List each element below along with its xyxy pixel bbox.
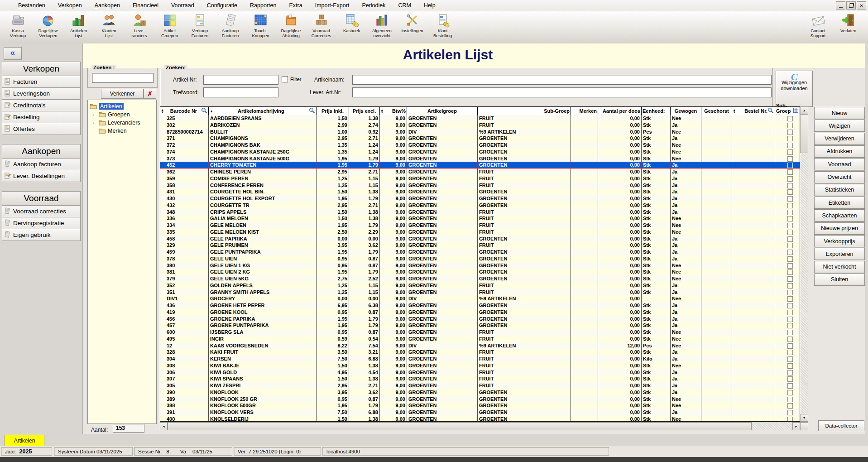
toolbar-bar-chart[interactable]: ArtikelenLijst: [63, 13, 94, 38]
column-header-geschorst[interactable]: Geschorst: [701, 107, 732, 115]
toolbar-invoice[interactable]: VerkoopFacturen: [185, 13, 215, 38]
column-header-eenheed-[interactable]: Eenheed:: [642, 107, 671, 115]
action-button-overzicht[interactable]: Overzicht: [814, 171, 865, 183]
column-header-barcode-nr[interactable]: Barcode Nr: [165, 107, 209, 115]
menu-help[interactable]: Help: [417, 1, 442, 10]
action-button-niet-verkocht[interactable]: Niet verkocht: [814, 261, 865, 273]
toolbar-cashbook[interactable]: Kasboek: [336, 13, 367, 38]
scroll-right-button[interactable]: ▸: [792, 422, 800, 430]
scroll-up-button[interactable]: ▴: [800, 106, 808, 114]
column-header-merken[interactable]: Merken: [571, 107, 598, 115]
table-row[interactable]: 457GROENE PUNTPAPRIKA1,951,799,00GROENTE…: [160, 322, 800, 329]
subgroep-id-checkbox[interactable]: [775, 416, 800, 422]
toolbar-supplier[interactable]: Leve-ranciers: [124, 13, 154, 38]
artikelnaam-input[interactable]: [352, 75, 772, 85]
tree-item-groepen[interactable]: ›Groepen: [88, 111, 156, 119]
column-header-sub-groep-id[interactable]: Sub-Groep Id: [775, 107, 800, 115]
subgroep-id-checkbox[interactable]: [775, 316, 800, 322]
table-row[interactable]: DIV1GROCERY0,000,009,00DIV%9 ARTIKELEN0,…: [160, 295, 800, 302]
table-row[interactable]: 307KIWI SPAANS1,501,389,00GROENTENFRUIT0…: [160, 375, 800, 382]
menu-extra[interactable]: Extra: [283, 1, 308, 10]
toolbar-envelope[interactable]: ContactSupport: [803, 13, 833, 38]
menu-rapporten[interactable]: Rapporten: [244, 1, 283, 10]
column-header-artikelomschrijving[interactable]: ▲Artikelomschrijving: [209, 107, 317, 115]
column-header-prijs-excl-[interactable]: Prijs excl.: [349, 107, 380, 115]
subgroep-id-checkbox[interactable]: [775, 382, 800, 389]
column-header-bestel-nr-[interactable]: ▴▾Bestel Nr.: [732, 107, 775, 115]
subgroep-id-checkbox[interactable]: [775, 182, 800, 189]
action-button-nieuwe-prijzen[interactable]: Nieuwe prijzen: [814, 222, 865, 235]
table-row[interactable]: 430COURGETTE HOL EXPORT1,951,799,00GROEN…: [160, 195, 800, 202]
action-button-verkoopprijs[interactable]: Verkoopprijs: [814, 235, 865, 247]
sidebar-item-leveringsbon[interactable]: Leveringsbon: [2, 88, 81, 100]
action-button-exporteren[interactable]: Exporteren: [814, 248, 865, 260]
toolbar-color-squares[interactable]: ArtikelGroepen: [154, 13, 185, 38]
expander-icon[interactable]: ›: [92, 120, 96, 125]
subgroep-id-checkbox[interactable]: [775, 309, 800, 316]
subgroep-id-checkbox[interactable]: [775, 396, 800, 403]
toolbar-people[interactable]: KlantenLijst: [94, 13, 124, 38]
lever-artnr-input[interactable]: [352, 87, 772, 97]
table-row[interactable]: 419GROENE KOOL0,950,879,00GROENTENGROENT…: [160, 309, 800, 316]
subgroep-id-checkbox[interactable]: [775, 202, 800, 209]
subgroep-id-checkbox[interactable]: [775, 155, 800, 162]
table-row[interactable]: 302ABRIKOZEN2,992,749,00GROENTENFRUIT0,0…: [160, 122, 800, 129]
table-row[interactable]: 306KIWI GOLD4,954,549,00GROENTENFRUIT0,0…: [160, 369, 800, 376]
subgroep-id-checkbox[interactable]: [775, 129, 800, 135]
table-row[interactable]: 308KIWI BAKJE1,501,389,00GROENTENFRUIT0,…: [160, 362, 800, 369]
subgroep-id-checkbox[interactable]: [775, 142, 800, 149]
subgroep-id-checkbox[interactable]: [775, 389, 800, 396]
sidebar-item-aankoop-facturen[interactable]: Aankoop facturen: [2, 159, 81, 170]
table-row[interactable]: 352GOLDEN APPELS1,251,159,00GROENTENFRUI…: [160, 282, 800, 289]
table-row[interactable]: 456GROENE PAPRIKA1,951,799,00GROENTENGRO…: [160, 316, 800, 322]
subgroep-id-checkbox[interactable]: [775, 122, 800, 129]
table-row[interactable]: 304KERSEN7,506,889,00GROENTENFRUIT0,00Ki…: [160, 356, 800, 362]
subgroep-id-checkbox[interactable]: [775, 135, 800, 142]
table-row[interactable]: 373CHAMPIGNONS KASTANJE 500G1,951,799,00…: [160, 155, 800, 162]
explorer-search-input[interactable]: [92, 73, 153, 83]
table-row[interactable]: 459GELE PUNTPAPRIKA1,951,799,00GROENTENG…: [160, 249, 800, 255]
table-row[interactable]: 8728500002714BULLIT1,000,929,00DIV%9 ART…: [160, 129, 800, 135]
sidebar-item-offertes[interactable]: Offertes: [2, 123, 81, 135]
subgroep-id-checkbox[interactable]: [775, 162, 800, 168]
column-header-artikelgroep[interactable]: Artikelgroep: [407, 107, 478, 115]
subgroep-id-checkbox[interactable]: [775, 215, 800, 222]
table-row[interactable]: 452CHERRY TOMATEN1,951,799,00GROENTENGRO…: [160, 162, 800, 168]
vscroll-thumb[interactable]: [800, 114, 808, 153]
toolbar-pie-chart[interactable]: DagelijkseVerkopen: [33, 13, 63, 38]
scroll-down-button[interactable]: ▾: [800, 414, 808, 422]
action-button-nieuw[interactable]: Nieuw: [814, 107, 865, 119]
verkenner-header[interactable]: Verkenner: [101, 89, 144, 99]
table-row[interactable]: 390KNOFLOOK3,953,629,00GROENTENGROENTEN0…: [160, 389, 800, 396]
subgroep-id-checkbox[interactable]: [775, 175, 800, 182]
subgroep-id-checkbox[interactable]: [775, 236, 800, 242]
column-header-btw-[interactable]: ▴▾Btw%: [380, 107, 407, 115]
subgroep-id-checkbox[interactable]: [775, 282, 800, 289]
vertical-scrollbar[interactable]: ▴ ▾: [800, 106, 808, 422]
table-row[interactable]: 436GROENE HETE PEPER6,956,389,00GROENTEN…: [160, 302, 800, 309]
action-button-verwijderen[interactable]: Verwijderen: [814, 133, 865, 145]
subgroep-id-checkbox[interactable]: [775, 402, 800, 409]
subgroep-id-checkbox[interactable]: [775, 322, 800, 329]
table-row[interactable]: 431COURGETTE HOL BIN.1,501,389,00GROENTE…: [160, 188, 800, 195]
table-row[interactable]: 381GELE UIEN 2 KG1,951,799,00GROENTENGRO…: [160, 269, 800, 275]
toolbar-touch-grid[interactable]: Touch-Knoppen: [245, 13, 276, 38]
table-row[interactable]: 305KIWI ZESPRI2,952,719,00GROENTENFRUIT0…: [160, 382, 800, 389]
verkenner-close-button[interactable]: ✗: [144, 89, 156, 99]
action-button-wijzigen[interactable]: Wijzigen: [814, 120, 865, 132]
table-row[interactable]: 432COURGETTE TR2,952,719,00GROENTENGROEN…: [160, 202, 800, 209]
menu-bestanden[interactable]: Bestanden: [12, 1, 52, 10]
column-header-aantal-per-doos[interactable]: Aantal per doos: [598, 107, 642, 115]
table-row[interactable]: 358CONFERENCE PEREN1,251,159,00GROENTENF…: [160, 182, 800, 189]
subgroep-id-checkbox[interactable]: [775, 329, 800, 336]
table-row[interactable]: 371CHAMPIGNONS2,952,719,00GROENTENGROENT…: [160, 135, 800, 142]
subgroep-id-checkbox[interactable]: [775, 229, 800, 236]
toolbar-orange-folder[interactable]: DagelijkseAfsluiting: [276, 13, 306, 38]
sidebar-item-voorraad-correcties[interactable]: Voorraad correcties: [2, 206, 81, 217]
toolbar-colored-bars[interactable]: Algemeenoverzicht: [367, 13, 397, 38]
subgroep-id-checkbox[interactable]: [775, 362, 800, 369]
tab-artikelen[interactable]: Artikelen: [5, 435, 44, 446]
action-button-schapkaarten[interactable]: Schapkaarten: [814, 209, 865, 221]
column-header-sub-groep[interactable]: Sub-Groep: [478, 107, 571, 115]
action-button-statistieken[interactable]: Statistieken: [814, 184, 865, 196]
